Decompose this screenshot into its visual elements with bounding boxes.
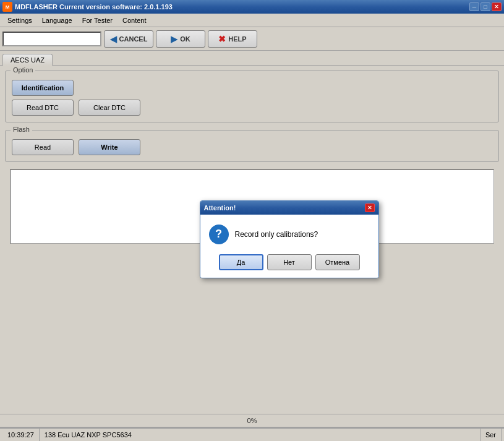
flash-group-content: Read Write: [12, 139, 492, 155]
help-icon: ✖: [218, 34, 226, 44]
menu-for-tester[interactable]: For Tester: [77, 15, 117, 25]
read-dtc-button[interactable]: Read DTC: [12, 100, 74, 116]
dialog-body: ? Record only calibrations? Да Нет Отмен…: [200, 215, 378, 278]
attention-dialog[interactable]: Attention! ✕ ? Record only calibrations?…: [200, 200, 379, 278]
menu-language[interactable]: Language: [37, 15, 77, 25]
dialog-message: Record only calibrations?: [235, 230, 318, 239]
cancel-button[interactable]: ◀ CANCEL: [104, 30, 153, 48]
dialog-yes-button[interactable]: Да: [219, 254, 263, 270]
ok-arrow-icon: ▶: [171, 34, 177, 44]
ok-button[interactable]: ▶ OK: [156, 30, 205, 48]
identification-button[interactable]: Identification: [12, 80, 74, 96]
option-group-content: Identification Read DTC Clear DTC: [12, 80, 492, 116]
dialog-no-button[interactable]: Нет: [267, 254, 312, 270]
flash-group-label: Flash: [11, 126, 32, 133]
option-group-label: Option: [11, 66, 35, 74]
help-button[interactable]: ✖ HELP: [208, 30, 257, 48]
title-bar-left: M MDFLASHER Current version software: 2.…: [2, 2, 173, 12]
dialog-cancel-button[interactable]: Отмена: [315, 254, 360, 270]
minimize-button[interactable]: ─: [469, 2, 479, 11]
status-bar: 10:39:27 138 Ecu UAZ NXP SPC5634 Ser: [0, 427, 504, 441]
toolbar: ◀ CANCEL ▶ OK ✖ HELP: [0, 27, 504, 51]
maximize-button[interactable]: □: [481, 2, 490, 11]
menu-content[interactable]: Content: [117, 15, 152, 25]
menu-settings[interactable]: Settings: [2, 15, 37, 25]
dialog-buttons: Да Нет Отмена: [209, 254, 370, 270]
dialog-titlebar: Attention! ✕: [200, 201, 378, 215]
dialog-close-button[interactable]: ✕: [365, 203, 375, 212]
tab-aecs-uaz[interactable]: AECS UAZ: [2, 54, 53, 66]
progress-area: 0%: [0, 414, 504, 427]
write-button[interactable]: Write: [79, 139, 140, 155]
title-bar: M MDFLASHER Current version software: 2.…: [0, 0, 504, 14]
dtc-buttons-row: Read DTC Clear DTC: [12, 100, 492, 116]
toolbar-input[interactable]: [2, 32, 101, 46]
flash-group: Flash Read Write: [5, 130, 499, 162]
read-button[interactable]: Read: [12, 139, 74, 155]
option-group: Option Identification Read DTC Clear DTC: [5, 71, 499, 122]
status-ser: Ser: [481, 429, 502, 441]
status-ecu-info: 138 Ecu UAZ NXP SPC5634: [40, 429, 481, 441]
tab-area: AECS UAZ: [0, 51, 504, 65]
app-icon: M: [2, 2, 12, 12]
cancel-arrow-icon: ◀: [110, 34, 117, 44]
dialog-title: Attention!: [204, 204, 236, 212]
window-controls: ─ □ ✕: [469, 2, 502, 11]
dialog-message-row: ? Record only calibrations?: [209, 225, 370, 244]
clear-dtc-button[interactable]: Clear DTC: [79, 100, 140, 116]
close-button[interactable]: ✕: [492, 2, 502, 11]
status-time: 10:39:27: [2, 429, 40, 441]
question-icon: ?: [209, 225, 229, 244]
menu-bar: Settings Language For Tester Content: [0, 14, 504, 27]
window-title: MDFLASHER Current version software: 2.0.…: [15, 3, 173, 11]
flash-buttons-row: Read Write: [12, 139, 492, 155]
progress-text: 0%: [247, 417, 257, 424]
